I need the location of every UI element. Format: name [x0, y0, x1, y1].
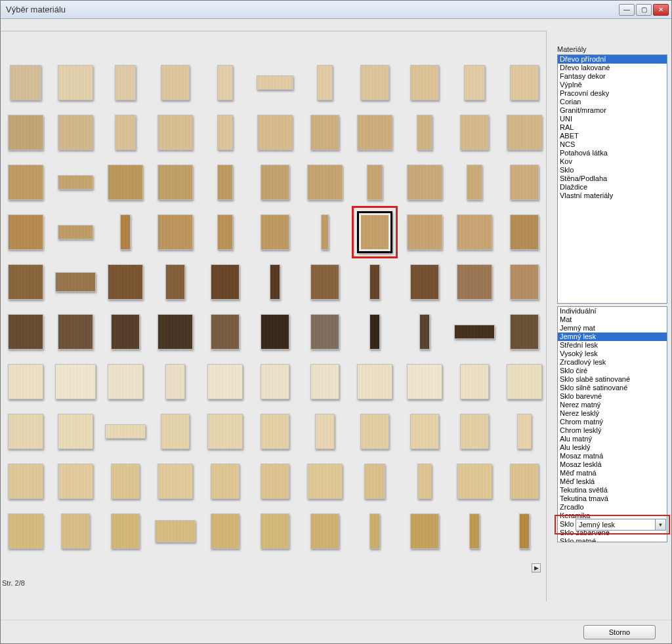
material-swatch[interactable]: [102, 407, 149, 456]
material-swatch[interactable]: [501, 456, 548, 506]
material-swatch[interactable]: [201, 506, 249, 556]
material-swatch[interactable]: [201, 257, 249, 307]
material-swatch[interactable]: [451, 307, 498, 357]
material-swatch[interactable]: [52, 108, 99, 157]
material-swatch[interactable]: [301, 357, 348, 407]
material-swatch[interactable]: [501, 407, 548, 456]
material-swatch[interactable]: [301, 506, 348, 556]
material-swatch[interactable]: [301, 58, 348, 108]
finish-item[interactable]: Střední lesk: [558, 341, 667, 350]
material-swatch[interactable]: [102, 357, 149, 407]
material-swatch[interactable]: [501, 207, 548, 257]
finish-item[interactable]: Zrcadlo: [558, 503, 667, 512]
category-item[interactable]: Vlastní materiály: [558, 191, 667, 200]
material-swatch[interactable]: [451, 157, 498, 207]
material-swatch[interactable]: [52, 506, 99, 556]
material-swatch[interactable]: [2, 456, 49, 506]
material-swatch[interactable]: [251, 157, 299, 207]
category-item[interactable]: Kov: [558, 157, 667, 166]
material-swatch[interactable]: [501, 257, 548, 307]
material-swatch[interactable]: [201, 456, 249, 506]
material-swatch[interactable]: [251, 357, 299, 407]
material-swatch[interactable]: [401, 357, 448, 407]
material-swatch[interactable]: [52, 456, 99, 506]
material-swatch[interactable]: [201, 207, 249, 257]
category-item[interactable]: NCS: [558, 140, 667, 149]
material-swatch[interactable]: [301, 157, 348, 207]
material-swatch[interactable]: [501, 58, 548, 108]
material-swatch[interactable]: [2, 257, 49, 307]
finish-item[interactable]: Jemný mat: [558, 324, 667, 332]
material-swatch[interactable]: [201, 108, 249, 157]
material-swatch[interactable]: [451, 506, 498, 556]
category-item[interactable]: Dřevo přírodní: [558, 55, 667, 64]
material-swatch[interactable]: [251, 456, 299, 506]
material-swatch[interactable]: [251, 257, 299, 307]
material-swatch[interactable]: [351, 257, 398, 307]
material-swatch[interactable]: [52, 58, 99, 108]
finish-item[interactable]: Měď lesklá: [558, 477, 667, 486]
material-swatch[interactable]: [351, 207, 398, 257]
material-swatch[interactable]: [451, 257, 498, 307]
material-swatch[interactable]: [351, 58, 398, 108]
material-swatch[interactable]: [201, 58, 249, 108]
material-swatch[interactable]: [152, 257, 199, 307]
material-swatch[interactable]: [152, 456, 199, 506]
material-swatch[interactable]: [451, 407, 498, 456]
material-swatch[interactable]: [251, 407, 299, 456]
material-swatch[interactable]: [2, 58, 49, 108]
finish-item[interactable]: Individuální: [558, 307, 667, 315]
material-swatch[interactable]: [102, 157, 149, 207]
finish-item[interactable]: Sklo slabě satinované: [558, 375, 667, 384]
finish-item[interactable]: Nerez matný: [558, 401, 667, 409]
material-swatch[interactable]: [102, 108, 149, 157]
material-swatch[interactable]: [401, 456, 448, 506]
material-swatch[interactable]: [152, 157, 199, 207]
material-swatch[interactable]: [301, 257, 348, 307]
material-swatch[interactable]: [52, 157, 99, 207]
material-swatch[interactable]: [301, 456, 348, 506]
material-swatch[interactable]: [301, 407, 348, 456]
material-swatch[interactable]: [501, 108, 548, 157]
finish-item[interactable]: Mosaz lesklá: [558, 460, 667, 469]
material-swatch[interactable]: [102, 506, 149, 556]
finish-item[interactable]: Chrom matný: [558, 418, 667, 426]
material-swatch[interactable]: [152, 407, 199, 456]
category-item[interactable]: Fantasy dekor: [558, 72, 667, 81]
material-swatch[interactable]: [351, 407, 398, 456]
material-swatch[interactable]: [2, 506, 49, 556]
material-swatch[interactable]: [2, 357, 49, 407]
material-swatch[interactable]: [2, 108, 49, 157]
material-swatch[interactable]: [2, 157, 49, 207]
material-swatch[interactable]: [52, 357, 99, 407]
material-swatch[interactable]: [52, 307, 99, 357]
finish-item[interactable]: Vysoký lesk: [558, 350, 667, 358]
category-item[interactable]: Dlaždice: [558, 183, 667, 191]
material-swatch[interactable]: [251, 207, 299, 257]
material-swatch[interactable]: [451, 108, 498, 157]
finish-item[interactable]: Tekutina světlá: [558, 486, 667, 494]
material-swatch[interactable]: [401, 157, 448, 207]
finish-item[interactable]: Jemný lesk: [558, 332, 667, 341]
category-item[interactable]: Potahová látka: [558, 149, 667, 157]
material-swatch[interactable]: [251, 506, 299, 556]
material-swatch[interactable]: [2, 407, 49, 456]
material-swatch[interactable]: [251, 108, 299, 157]
storno-button[interactable]: Storno: [583, 625, 656, 639]
finish-listbox[interactable]: IndividuálníMatJemný matJemný leskStředn…: [557, 306, 667, 542]
material-swatch[interactable]: [251, 307, 299, 357]
material-swatch[interactable]: [401, 506, 448, 556]
close-icon[interactable]: ✕: [653, 4, 669, 16]
material-swatch[interactable]: [152, 58, 199, 108]
material-swatch[interactable]: [152, 307, 199, 357]
material-swatch[interactable]: [152, 357, 199, 407]
finish-item[interactable]: Chrom lesklý: [558, 426, 667, 435]
material-swatch[interactable]: [401, 207, 448, 257]
material-swatch[interactable]: [401, 257, 448, 307]
material-swatch[interactable]: [351, 157, 398, 207]
finish-item[interactable]: Mat: [558, 315, 667, 324]
material-swatch[interactable]: [102, 58, 149, 108]
material-swatch[interactable]: [52, 257, 99, 307]
material-swatch[interactable]: [301, 307, 348, 357]
material-swatch[interactable]: [251, 58, 299, 108]
